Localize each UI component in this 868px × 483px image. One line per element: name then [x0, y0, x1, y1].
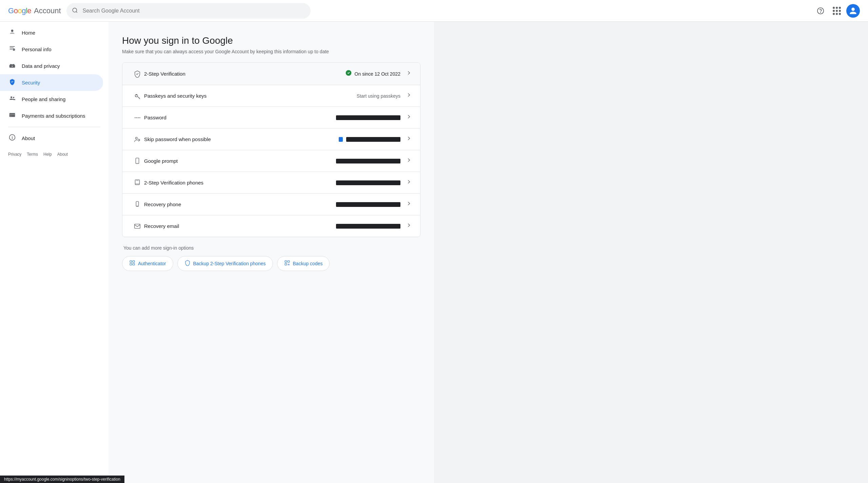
search-bar-container — [66, 3, 311, 19]
google-prompt-row[interactable]: Google prompt — [122, 150, 420, 172]
sidebar-personal-info-label: Personal info — [22, 46, 52, 52]
sidebar-data-privacy-label: Data and privacy — [22, 63, 60, 69]
2sv-phones-label: 2-Step Verification phones — [144, 180, 336, 186]
about-icon — [8, 134, 16, 142]
authenticator-button[interactable]: Authenticator — [122, 256, 173, 271]
skip-password-value — [339, 137, 400, 142]
svg-point-26 — [135, 117, 136, 118]
sign-in-options-list: 2-Step Verification On since 12 Oct 2022 — [122, 62, 420, 237]
two-step-value: On since 12 Oct 2022 — [345, 70, 400, 78]
search-input[interactable] — [66, 3, 311, 19]
two-step-verification-row[interactable]: 2-Step Verification On since 12 Oct 2022 — [122, 63, 420, 85]
2sv-phones-row[interactable]: 2-Step Verification phones — [122, 172, 420, 194]
help-button[interactable] — [814, 4, 827, 18]
svg-rect-45 — [288, 260, 289, 262]
two-step-status-text: On since 12 Oct 2022 — [355, 71, 400, 77]
footer-terms-link[interactable]: Terms — [27, 152, 38, 157]
recovery-email-redacted — [336, 224, 400, 229]
payments-icon — [8, 112, 16, 120]
passkeys-label: Passkeys and security keys — [144, 93, 357, 99]
svg-point-25 — [136, 96, 136, 97]
backup-codes-button[interactable]: Backup codes — [277, 256, 330, 271]
2sv-phones-icon — [131, 179, 144, 187]
recovery-phone-chevron-icon — [406, 200, 412, 208]
sidebar-item-home[interactable]: Home — [0, 24, 103, 41]
two-step-label: 2-Step Verification — [144, 71, 345, 77]
apps-button[interactable] — [830, 4, 844, 18]
google-prompt-redacted — [336, 159, 400, 163]
recovery-email-chevron-icon — [406, 222, 412, 230]
google-wordmark: Google — [8, 6, 31, 15]
footer-about-link[interactable]: About — [57, 152, 68, 157]
sidebar-item-people-sharing[interactable]: People and sharing — [0, 91, 103, 108]
sidebar-item-payments[interactable]: Payments and subscriptions — [0, 108, 103, 124]
svg-point-13 — [12, 66, 13, 67]
password-redacted — [336, 115, 400, 120]
svg-rect-6 — [10, 48, 14, 49]
green-check-icon — [345, 70, 352, 78]
passkeys-value: Start using passkeys — [357, 93, 400, 99]
sidebar-people-sharing-label: People and sharing — [22, 96, 65, 102]
footer-help-link[interactable]: Help — [43, 152, 52, 157]
authenticator-label: Authenticator — [138, 261, 166, 266]
password-label: Password — [144, 115, 336, 120]
recovery-phone-redacted — [336, 202, 400, 207]
skip-password-chevron-icon — [406, 135, 412, 143]
main-content: How you sign in to Google Make sure that… — [108, 22, 434, 483]
svg-rect-42 — [130, 264, 132, 265]
authenticator-icon — [129, 260, 135, 267]
app-header: Google Account — [0, 0, 868, 22]
status-bar: https://myaccount.google.com/signinoptio… — [0, 476, 124, 483]
svg-rect-37 — [136, 201, 138, 206]
skip-password-row[interactable]: Skip password when possible — [122, 129, 420, 150]
svg-point-4 — [11, 30, 14, 32]
password-row[interactable]: Password — [122, 107, 420, 129]
svg-point-15 — [13, 97, 14, 98]
sidebar-item-personal-info[interactable]: Personal info — [0, 41, 103, 58]
backup-codes-icon — [284, 260, 290, 267]
sidebar-item-about[interactable]: About — [0, 130, 103, 147]
svg-rect-18 — [10, 116, 11, 116]
svg-line-1 — [76, 11, 77, 12]
apps-grid-icon — [833, 7, 841, 15]
svg-point-14 — [11, 96, 12, 98]
svg-point-10 — [10, 64, 12, 66]
recovery-email-row[interactable]: Recovery email — [122, 215, 420, 237]
recovery-phone-icon — [131, 201, 144, 208]
svg-point-27 — [136, 117, 137, 118]
passkeys-value-text: Start using passkeys — [357, 93, 400, 99]
sidebar-footer: Privacy Terms Help About — [0, 147, 108, 162]
svg-rect-7 — [10, 49, 13, 50]
2sv-phones-value — [336, 180, 400, 185]
recovery-phone-row[interactable]: Recovery phone — [122, 194, 420, 215]
sidebar-divider — [8, 127, 100, 127]
sidebar-security-label: Security — [22, 80, 40, 85]
sidebar-item-security[interactable]: Security — [0, 74, 103, 91]
two-step-chevron-icon — [406, 70, 412, 78]
passkeys-row[interactable]: Passkeys and security keys Start using p… — [122, 85, 420, 107]
recovery-phone-value — [336, 202, 400, 207]
sidebar-about-label: About — [22, 135, 35, 141]
recovery-email-label: Recovery email — [144, 223, 336, 229]
data-privacy-icon — [8, 62, 16, 70]
svg-point-11 — [13, 64, 15, 66]
backup-2sv-button[interactable]: Backup 2-Step Verification phones — [177, 256, 273, 271]
recovery-email-value — [336, 224, 400, 229]
add-more-sign-in-text: You can add more sign-in options — [122, 245, 420, 251]
google-prompt-label: Google prompt — [144, 158, 336, 164]
footer-privacy-link[interactable]: Privacy — [8, 152, 21, 157]
passkeys-chevron-icon — [406, 92, 412, 100]
svg-rect-17 — [9, 114, 15, 115]
sidebar-item-data-privacy[interactable]: Data and privacy — [0, 58, 103, 74]
google-account-logo[interactable]: Google Account — [8, 6, 61, 15]
svg-point-30 — [136, 137, 138, 139]
svg-rect-5 — [10, 46, 15, 47]
password-value — [336, 115, 400, 120]
page-layout: Home Personal info — [0, 22, 868, 483]
security-icon — [8, 78, 16, 87]
sidebar: Home Personal info — [0, 22, 108, 483]
avatar[interactable] — [846, 4, 860, 18]
search-icon — [72, 7, 78, 14]
people-sharing-icon — [8, 95, 16, 103]
action-buttons-group: Authenticator Backup 2-Step Verification… — [122, 256, 420, 271]
